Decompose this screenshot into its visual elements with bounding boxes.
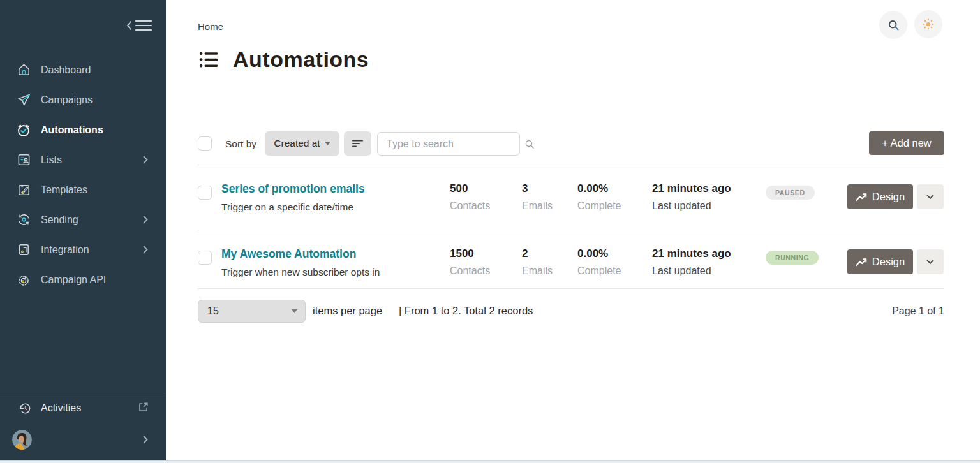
sidebar-item-sending[interactable]: Sending — [0, 205, 166, 235]
flow-arrow-icon — [856, 257, 867, 267]
pagination-bar: 15 items per page | From 1 to 2. Total 2… — [198, 300, 944, 323]
emails-value: 3 — [522, 182, 553, 195]
emails-stat: 2 Emails — [522, 247, 553, 277]
contacts-value: 1500 — [450, 247, 490, 260]
sidebar-collapse-icon[interactable] — [126, 17, 152, 34]
caret-down-icon — [292, 309, 297, 313]
design-button-label: Design — [872, 256, 905, 268]
page-indicator: Page 1 of 1 — [892, 305, 944, 317]
row-divider — [198, 288, 944, 289]
automation-trigger-text: Trigger on a specific date/time — [221, 202, 365, 213]
toolbar: Sort by Created at + Add new — [198, 131, 944, 157]
complete-label: Complete — [577, 265, 621, 277]
design-button-label: Design — [872, 191, 905, 203]
chevron-down-icon — [926, 260, 934, 265]
lists-icon — [15, 152, 32, 168]
select-all-checkbox[interactable] — [198, 136, 212, 151]
automation-title-block[interactable]: My Awesome Automation Trigger when new s… — [221, 247, 380, 278]
chevron-right-icon — [143, 246, 148, 254]
horizontal-scrollbar[interactable] — [0, 460, 980, 463]
sidebar-item-label: Automations — [41, 124, 103, 136]
sidebar-item-label: Sending — [41, 214, 78, 226]
automation-title-link[interactable]: My Awesome Automation — [221, 247, 380, 261]
contacts-stat: 500 Contacts — [450, 182, 490, 212]
sidebar-item-label: Templates — [41, 184, 87, 196]
flow-arrow-icon — [856, 192, 867, 202]
sidebar-footer-divider — [0, 393, 166, 393]
sort-amount-icon — [352, 139, 364, 148]
row-actions-dropdown[interactable] — [917, 249, 944, 274]
items-per-page-value: 15 — [198, 305, 292, 317]
sidebar-menu: Dashboard Campaigns Automations — [0, 55, 166, 295]
sidebar-item-campaigns[interactable]: Campaigns — [0, 85, 166, 115]
sidebar-item-activities[interactable]: Activities — [0, 398, 166, 418]
emails-value: 2 — [522, 247, 553, 260]
paper-plane-icon — [15, 92, 32, 108]
caret-down-icon — [325, 142, 330, 145]
contacts-stat: 1500 Contacts — [450, 247, 490, 277]
search-input[interactable] — [378, 138, 524, 150]
status-badge: PAUSED — [766, 186, 815, 200]
last-updated-label: Last updated — [652, 200, 731, 212]
row-actions-dropdown[interactable] — [917, 184, 944, 209]
complete-label: Complete — [577, 200, 621, 212]
last-updated-stat: 21 minutes ago Last updated — [652, 247, 731, 277]
sidebar-item-automations[interactable]: Automations — [0, 115, 166, 145]
sidebar-item-label: Dashboard — [41, 64, 91, 76]
row-checkbox[interactable] — [198, 251, 212, 265]
page-title: Automations — [233, 47, 369, 72]
sidebar-item-integration[interactable]: Integration — [0, 235, 166, 265]
chevron-down-icon — [926, 195, 934, 200]
breadcrumb[interactable]: Home — [198, 21, 223, 32]
design-button[interactable]: Design — [847, 184, 913, 209]
sort-order-button[interactable] — [344, 131, 371, 156]
sort-field-dropdown[interactable]: Created at — [265, 131, 339, 156]
design-button[interactable]: Design — [847, 249, 913, 274]
sidebar-item-label: Lists — [41, 154, 62, 166]
add-new-button[interactable]: + Add new — [869, 131, 944, 155]
sidebar-item-label: Campaign API — [41, 274, 106, 286]
sidebar-item-campaign-api[interactable]: Campaign API — [0, 265, 166, 295]
automation-title-link[interactable]: Series of promotion emails — [221, 182, 365, 196]
theme-sun-icon[interactable] — [914, 10, 942, 38]
external-link-icon[interactable] — [137, 401, 149, 413]
sidebar-item-dashboard[interactable]: Dashboard — [0, 55, 166, 85]
records-summary: | From 1 to 2. Total 2 records — [399, 305, 533, 317]
user-menu[interactable] — [0, 426, 166, 453]
sending-sync-icon — [15, 212, 32, 228]
last-updated-stat: 21 minutes ago Last updated — [652, 182, 731, 212]
sort-by-label: Sort by — [225, 138, 256, 150]
automation-row: Series of promotion emails Trigger on a … — [198, 165, 944, 230]
chevron-right-icon — [143, 156, 148, 164]
contacts-label: Contacts — [450, 265, 490, 277]
automation-row: My Awesome Automation Trigger when new s… — [198, 230, 944, 295]
sidebar-item-label: Integration — [41, 244, 89, 256]
global-search-button[interactable] — [879, 11, 907, 39]
row-checkbox[interactable] — [198, 186, 212, 200]
sidebar-item-templates[interactable]: Templates — [0, 175, 166, 205]
sidebar-item-label: Campaigns — [41, 94, 93, 106]
automation-title-block[interactable]: Series of promotion emails Trigger on a … — [221, 182, 365, 213]
complete-value: 0.00% — [577, 182, 621, 195]
chevron-right-icon — [143, 436, 148, 444]
last-updated-value: 21 minutes ago — [652, 247, 731, 260]
template-pen-icon — [15, 182, 32, 198]
history-clock-icon — [17, 400, 33, 416]
last-updated-label: Last updated — [652, 265, 731, 277]
emails-stat: 3 Emails — [522, 182, 553, 212]
automation-clock-icon — [15, 122, 32, 138]
automation-trigger-text: Trigger when new subscriber opts in — [221, 267, 380, 278]
sort-field-value: Created at — [274, 138, 320, 149]
sidebar-item-lists[interactable]: Lists — [0, 145, 166, 175]
last-updated-value: 21 minutes ago — [652, 182, 731, 195]
complete-value: 0.00% — [577, 247, 621, 260]
list-icon — [198, 49, 219, 70]
gear-api-icon — [15, 272, 32, 288]
avatar[interactable] — [12, 430, 32, 450]
emails-label: Emails — [522, 200, 553, 212]
search-icon — [524, 138, 535, 150]
search-box — [377, 132, 520, 156]
items-per-page-select[interactable]: 15 — [198, 300, 306, 323]
emails-label: Emails — [522, 265, 553, 277]
contacts-value: 500 — [450, 182, 490, 195]
